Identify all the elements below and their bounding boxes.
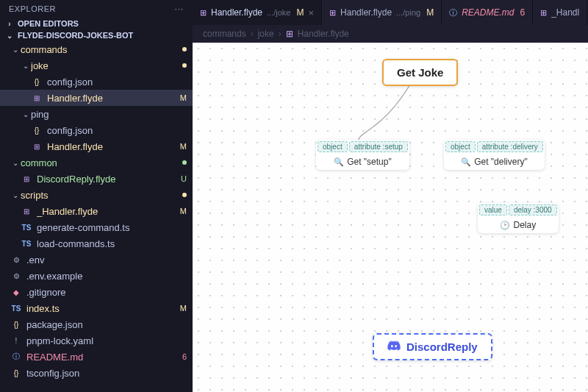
flyde-icon: ⊞: [21, 173, 32, 185]
status-dot: [182, 193, 187, 197]
node-get-setup[interactable]: object attribute :setup 🔍 Get "setup": [316, 140, 409, 170]
file-label: config.json: [47, 76, 187, 88]
chevron-right-icon: ›: [279, 29, 282, 39]
chevron-down-icon: ⌄: [10, 159, 21, 167]
file-row[interactable]: TSload-commands.ts: [0, 235, 193, 252]
env-icon: ⚙: [10, 270, 22, 282]
breadcrumb-seg[interactable]: commands: [203, 29, 246, 39]
ts-icon: TS: [21, 221, 32, 233]
editor-tab[interactable]: ⊞_Handl: [533, 0, 587, 25]
tab-status: M: [426, 7, 434, 18]
file-label: package.json: [26, 319, 187, 330]
editor-tab[interactable]: ⓘREADME.md6: [442, 0, 533, 25]
editor-tab[interactable]: ⊞Handler.flyde.../pingM: [322, 0, 442, 25]
status-dot: [182, 47, 187, 51]
status-dot: [182, 160, 187, 165]
folder-label: joke: [31, 60, 179, 71]
node-delay[interactable]: value delay :3000 🕑 Delay: [478, 203, 559, 233]
clock-icon: 🕑: [500, 221, 510, 230]
editor-tab[interactable]: ⊞Handler.flyde.../jokeM×: [193, 0, 322, 25]
project-section[interactable]: ⌄ FLYDE-DISCORD-JOKES-BOT: [0, 29, 193, 41]
file-label: .gitignore: [26, 287, 187, 298]
file-row[interactable]: TSgenerate-command.ts: [0, 219, 193, 235]
tab-path: .../ping: [396, 8, 420, 17]
breadcrumb-seg[interactable]: Handler.flyde: [298, 29, 349, 39]
node-discord-reply[interactable]: DiscordReply: [373, 333, 492, 360]
status-badge: M: [180, 142, 187, 151]
folder-row[interactable]: ⌄commands: [0, 41, 193, 57]
json-icon: {}: [31, 124, 43, 136]
open-editors-section[interactable]: › OPEN EDITORS: [0, 18, 193, 29]
flyde-icon: ⊞: [329, 8, 336, 18]
file-row[interactable]: ⊞DiscordReply.flydeU: [0, 171, 193, 187]
pin-value[interactable]: value: [479, 204, 507, 215]
file-row[interactable]: !pnpm-lock.yaml: [0, 332, 193, 349]
chevron-down-icon: ⌄: [21, 62, 31, 70]
file-row[interactable]: ⊞Handler.flydeM: [0, 138, 193, 154]
file-row[interactable]: ⊞_Handler.flydeM: [0, 203, 193, 219]
folder-label: common: [21, 157, 179, 168]
readme-icon: ⓘ: [10, 351, 22, 363]
search-icon: 🔍: [334, 157, 344, 167]
explorer-more-icon[interactable]: ···: [175, 4, 184, 13]
file-row[interactable]: {}tsconfig.json: [0, 365, 193, 381]
file-label: README.md: [26, 352, 179, 363]
folder-row[interactable]: ⌄joke: [0, 57, 193, 74]
file-label: tsconfig.json: [26, 368, 187, 379]
file-row[interactable]: ⚙.env: [0, 252, 193, 268]
flyde-icon: ⊞: [31, 92, 43, 104]
file-label: config.json: [47, 125, 187, 136]
breadcrumb-seg[interactable]: joke: [258, 29, 274, 39]
pin-delay[interactable]: delay :3000: [509, 204, 557, 215]
file-row[interactable]: {}config.json: [0, 122, 193, 138]
pin-attribute[interactable]: attribute :delivery: [477, 141, 543, 152]
folder-label: commands: [21, 44, 179, 55]
json-icon: {}: [10, 318, 22, 330]
tab-bar: ⊞Handler.flyde.../jokeM×⊞Handler.flyde..…: [193, 0, 588, 25]
chevron-down-icon: ⌄: [4, 32, 15, 40]
file-label: load-commands.ts: [37, 238, 187, 249]
chevron-down-icon: ⌄: [10, 191, 21, 199]
pin-object[interactable]: object: [445, 141, 476, 152]
file-label: Handler.flyde: [47, 93, 177, 104]
chevron-down-icon: ⌄: [21, 110, 31, 118]
node-label: DiscordReply: [406, 341, 478, 353]
file-row[interactable]: {}package.json: [0, 316, 193, 332]
flyde-icon: ⊞: [286, 29, 293, 39]
json-icon: {}: [10, 367, 22, 379]
tab-status: M: [296, 7, 304, 18]
tab-name: _Handl: [551, 7, 579, 18]
file-label: generate-command.ts: [37, 222, 187, 233]
file-row[interactable]: ◆.gitignore: [0, 284, 193, 300]
env-icon: ⚙: [10, 254, 22, 266]
folder-row[interactable]: ⌄ping: [0, 106, 193, 122]
file-row[interactable]: ⊞Handler.flydeM: [0, 90, 193, 106]
breadcrumb[interactable]: commands › joke › ⊞ Handler.flyde: [193, 25, 588, 43]
close-icon[interactable]: ×: [308, 7, 314, 18]
status-badge: 6: [182, 352, 187, 361]
yaml-icon: !: [10, 335, 22, 346]
file-row[interactable]: TSindex.tsM: [0, 300, 193, 316]
file-label: pnpm-lock.yaml: [26, 335, 187, 346]
node-label: Get Joke: [397, 66, 443, 79]
folder-row[interactable]: ⌄common: [0, 154, 193, 171]
flow-canvas[interactable]: Get Joke object attribute :setup 🔍 Get "…: [193, 43, 588, 392]
flyde-icon: ⊞: [540, 8, 547, 18]
file-row[interactable]: {}config.json: [0, 74, 193, 90]
file-label: _Handler.flyde: [37, 206, 177, 217]
node-body: Delay: [513, 220, 536, 230]
git-icon: ◆: [10, 286, 22, 298]
file-row[interactable]: ⚙.env.example: [0, 268, 193, 284]
node-body: Get "setup": [347, 157, 392, 167]
explorer-title: EXPLORER: [9, 4, 56, 13]
chevron-right-icon: ›: [251, 29, 254, 39]
pin-attribute[interactable]: attribute :setup: [349, 141, 408, 152]
folder-label: scripts: [21, 190, 179, 201]
ts-icon: TS: [10, 302, 22, 314]
node-get-delivery[interactable]: object attribute :delivery 🔍 Get "delive…: [444, 140, 545, 170]
search-icon: 🔍: [461, 157, 471, 167]
file-row[interactable]: ⓘREADME.md6: [0, 349, 193, 365]
node-get-joke[interactable]: Get Joke: [382, 59, 458, 86]
folder-row[interactable]: ⌄scripts: [0, 187, 193, 203]
pin-object[interactable]: object: [318, 141, 348, 152]
